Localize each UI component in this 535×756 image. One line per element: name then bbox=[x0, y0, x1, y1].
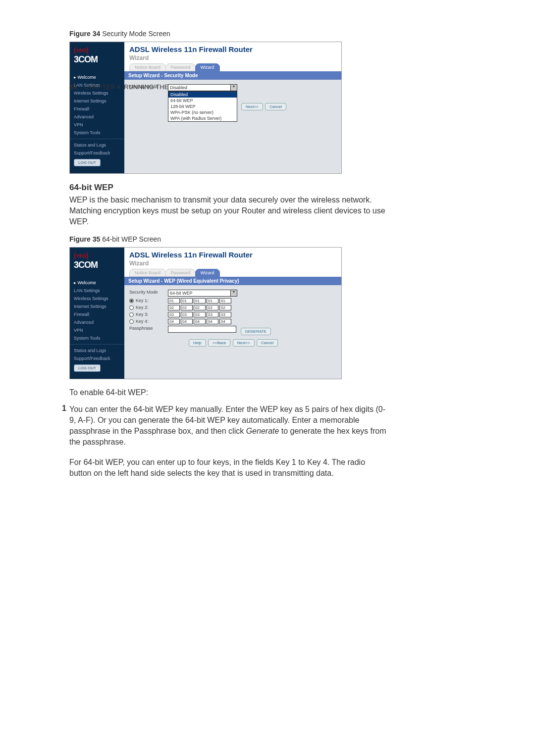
opt-128wep[interactable]: 128-bit WEP bbox=[168, 103, 237, 109]
key3-hex-4[interactable]: 03 bbox=[207, 312, 218, 317]
sidebar-internet-2[interactable]: Internet Settings bbox=[70, 302, 124, 310]
sidebar-firewall[interactable]: Firewall bbox=[70, 105, 124, 113]
help-button[interactable]: Help bbox=[189, 339, 206, 347]
wizard-sub: Wizard bbox=[129, 54, 336, 61]
sidebar-vpn-2[interactable]: VPN bbox=[70, 326, 124, 334]
key1-hex-2[interactable]: 01 bbox=[181, 298, 193, 303]
logout-button[interactable]: LOG OUT bbox=[74, 159, 101, 166]
swirl-icon: (ઌ૦) bbox=[74, 46, 88, 54]
enable-line: To enable 64-bit WEP: bbox=[69, 388, 386, 397]
logo-3com-2: 3COM bbox=[74, 260, 98, 270]
swirl-icon-2: (ઌ૦) bbox=[74, 252, 88, 260]
cancel-button[interactable]: Cancel bbox=[265, 103, 286, 110]
key1-hex-5[interactable]: 01 bbox=[219, 298, 231, 303]
key4-hex-4[interactable]: 04 bbox=[207, 319, 218, 324]
sidebar-sep-2 bbox=[70, 344, 124, 345]
select-value: Disabled bbox=[170, 85, 187, 90]
key2-label: Key 2: bbox=[129, 305, 168, 310]
figure35-caption: Figure 35 64-bit WEP Screen bbox=[69, 235, 386, 243]
sidebar-wireless-2[interactable]: Wireless Settings bbox=[70, 295, 124, 302]
cancel-button-2[interactable]: Cancel bbox=[257, 339, 278, 347]
main-panel-2: Setup Wizard - WEP (Wired Equivalent Pri… bbox=[124, 277, 341, 379]
tab-password-2[interactable]: Password bbox=[165, 269, 196, 277]
step-1-text: You can enter the 64-bit WEP key manuall… bbox=[69, 404, 386, 478]
sidebar-vpn[interactable]: VPN bbox=[70, 121, 124, 129]
figure34-caption: Figure 34 Security Mode Screen bbox=[69, 30, 386, 38]
opt-wpapsk[interactable]: WPA-PSK (no server) bbox=[168, 109, 237, 115]
key3-hex-2[interactable]: 03 bbox=[181, 312, 193, 317]
tab-wizard[interactable]: Wizard bbox=[195, 63, 220, 71]
router-title: ADSL Wireless 11n Firewall Router bbox=[129, 45, 336, 53]
opt-disabled[interactable]: Disabled bbox=[168, 92, 237, 98]
key1-hex-3[interactable]: 01 bbox=[194, 298, 206, 303]
key2-hex-4[interactable]: 02 bbox=[207, 305, 218, 310]
key4-hex-1[interactable]: 04 bbox=[168, 319, 180, 324]
sidebar-sep bbox=[70, 139, 124, 139]
chapter-mid: UNNING THE bbox=[129, 83, 170, 91]
sidebar-status[interactable]: Status and Logs bbox=[70, 141, 124, 149]
sidebar-2: ▸ Welcome LAN Settings Wireless Settings… bbox=[70, 277, 124, 379]
sidebar-welcome[interactable]: ▸ Welcome bbox=[70, 73, 124, 81]
wizard-banner: Setup Wizard - Security Mode bbox=[124, 71, 341, 80]
generate-button[interactable]: GENERATE bbox=[241, 328, 271, 335]
sidebar-systools[interactable]: System Tools bbox=[70, 129, 124, 137]
logout-button-2[interactable]: LOG OUT bbox=[74, 364, 101, 372]
tab-wizard-2[interactable]: Wizard bbox=[195, 269, 220, 277]
passphrase-input[interactable] bbox=[168, 326, 236, 333]
key2-hex-1[interactable]: 02 bbox=[168, 305, 180, 310]
key3-hex-3[interactable]: 03 bbox=[194, 312, 206, 317]
key3-radio[interactable] bbox=[129, 312, 134, 317]
key4-radio[interactable] bbox=[129, 319, 134, 324]
key3-hex-5[interactable]: 03 bbox=[219, 312, 231, 317]
key1-hex-1[interactable]: 01 bbox=[168, 298, 180, 303]
key2-hex-3[interactable]: 02 bbox=[194, 305, 206, 310]
key4-label: Key 4: bbox=[129, 319, 168, 324]
key4-hex-2[interactable]: 04 bbox=[181, 319, 193, 324]
key2-inputs: 0202020202 bbox=[168, 305, 232, 310]
sidebar-status-2[interactable]: Status and Logs bbox=[70, 347, 124, 354]
key2-radio[interactable] bbox=[129, 305, 134, 310]
logo-3com: 3COM bbox=[74, 54, 98, 64]
opt-wparadius[interactable]: WPA (with Radius Server) bbox=[168, 115, 237, 121]
chevron-down-icon-2: ▼ bbox=[230, 290, 237, 296]
step-1-number: 1 bbox=[55, 404, 66, 478]
next-button-2[interactable]: Next>> bbox=[233, 339, 255, 347]
key3-label: Key 3: bbox=[129, 312, 168, 317]
tab-notice-board-2[interactable]: Notice Board bbox=[129, 269, 166, 277]
tab-notice-board[interactable]: Notice Board bbox=[129, 63, 166, 71]
key4-hex-5[interactable]: 04 bbox=[219, 319, 231, 324]
sidebar-welcome-2[interactable]: ▸ Welcome bbox=[70, 279, 124, 287]
page-number: 48 bbox=[69, 83, 76, 91]
sidebar-support-2[interactable]: Support/Feedback bbox=[70, 354, 124, 362]
security-mode-options[interactable]: Disabled 64-bit WEP 128-bit WEP WPA-PSK … bbox=[168, 91, 237, 122]
key1-radio[interactable] bbox=[129, 299, 134, 303]
tabs-row: Notice Board Password Wizard bbox=[129, 63, 336, 71]
security-mode-select[interactable]: Disabled ▼ bbox=[168, 84, 237, 91]
logo-cell: (ઌ૦) 3COM bbox=[70, 42, 124, 71]
select-value-2: 64-bit WEP bbox=[170, 291, 193, 296]
next-button[interactable]: Next>> bbox=[241, 103, 263, 110]
key3-inputs: 0303030303 bbox=[168, 312, 232, 317]
key2-hex-5[interactable]: 02 bbox=[219, 305, 231, 310]
sidebar-systools-2[interactable]: System Tools bbox=[70, 334, 124, 342]
key2-hex-2[interactable]: 02 bbox=[181, 305, 193, 310]
sidebar-lan-2[interactable]: LAN Settings bbox=[70, 287, 124, 295]
sidebar-support[interactable]: Support/Feedback bbox=[70, 149, 124, 157]
key3-hex-1[interactable]: 03 bbox=[168, 312, 180, 317]
sidebar-firewall-2[interactable]: Firewall bbox=[70, 310, 124, 318]
sidebar-advanced[interactable]: Advanced bbox=[70, 113, 124, 121]
opt-64wep[interactable]: 64-bit WEP bbox=[168, 98, 237, 103]
sidebar-internet[interactable]: Internet Settings bbox=[70, 97, 124, 105]
back-button[interactable]: <<Back bbox=[208, 339, 230, 347]
security-mode-select-2[interactable]: 64-bit WEP ▼ bbox=[168, 290, 237, 297]
section-64bit-head: 64-bit WEP bbox=[69, 183, 386, 193]
wizard-banner-2: Setup Wizard - WEP (Wired Equivalent Pri… bbox=[124, 277, 341, 285]
tab-password[interactable]: Password bbox=[165, 63, 196, 71]
tabs-row-2: Notice Board Password Wizard bbox=[129, 269, 336, 277]
logo-cell-2: (ઌ૦) 3COM bbox=[70, 248, 124, 277]
section-64bit-body: WEP is the basic mechanism to transmit y… bbox=[69, 195, 386, 227]
key1-hex-4[interactable]: 01 bbox=[207, 298, 218, 303]
key4-hex-3[interactable]: 04 bbox=[194, 319, 206, 324]
key4-inputs: 0404040404 bbox=[168, 319, 232, 324]
sidebar-advanced-2[interactable]: Advanced bbox=[70, 318, 124, 326]
